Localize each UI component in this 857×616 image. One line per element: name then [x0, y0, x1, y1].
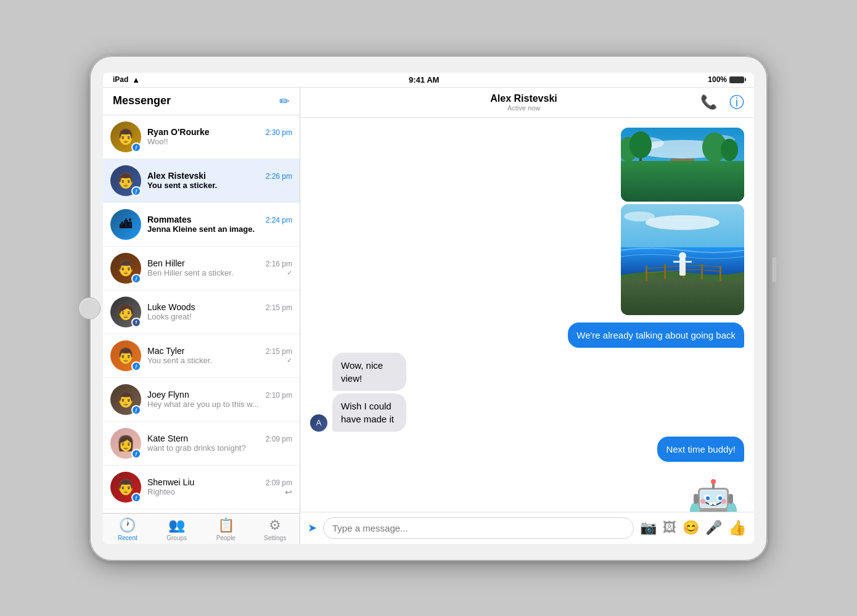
status-time: 9:41 AM	[409, 75, 439, 84]
conversation-item-luke[interactable]: 🧑 f Luke Woods 2:15 pm Looks great!	[103, 290, 300, 334]
conv-name-row-ryan: Ryan O'Rourke 2:30 pm	[147, 127, 292, 137]
avatar-wrap-kate: 👩 ƒ	[110, 428, 141, 459]
sent-photo-tropical	[621, 128, 744, 202]
chat-header: Alex Ristevski Active now 📞 ⓘ	[300, 88, 754, 118]
conv-name-alex: Alex Ristevski	[147, 171, 206, 181]
message-input[interactable]	[323, 517, 634, 539]
conv-name-rommates: Rommates	[147, 215, 192, 224]
avatar-wrap-ryan: 👨 ƒ	[110, 121, 141, 152]
like-icon[interactable]: 👍	[728, 519, 747, 536]
tab-groups[interactable]: 👥 Groups	[152, 517, 202, 541]
conv-name-row-rommates: Rommates 2:24 pm	[147, 215, 292, 224]
tab-settings-icon: ⚙	[269, 517, 281, 533]
conv-preview-luke: Looks great!	[147, 312, 292, 321]
tab-groups-label: Groups	[166, 535, 187, 541]
conversation-item-alex[interactable]: 👨 ƒ Alex Ristevski 2:26 pm You sent a st…	[103, 159, 300, 203]
svg-rect-38	[713, 503, 716, 505]
svg-rect-25	[679, 258, 686, 276]
emoji-icon[interactable]: 😊	[683, 520, 699, 536]
wifi-icon: ▲	[132, 75, 140, 84]
sent-photo-cliff	[621, 204, 744, 315]
conv-info-rommates: Rommates 2:24 pm Jenna Kleine sent an im…	[147, 215, 292, 234]
received-bubble-wow: Wow, nice view!	[332, 353, 406, 391]
conv-name-luke: Luke Woods	[147, 302, 195, 312]
svg-point-17	[624, 211, 655, 221]
sent-msg-next-time: Next time buddy!	[310, 437, 744, 462]
conv-info-ben: Ben Hiller 2:16 pm Ben Hiller sent a sti…	[147, 258, 292, 277]
badge-kate: ƒ	[131, 449, 141, 459]
conv-info-shenwei: Shenwei Liu 2:09 pm Righteo ↩	[147, 477, 292, 497]
tab-people[interactable]: 📋 People	[202, 517, 251, 541]
sent-photos	[310, 128, 744, 315]
conversation-item-shenwei[interactable]: 👨 ƒ Shenwei Liu 2:09 pm Righteo ↩	[103, 466, 300, 509]
conv-name-kate: Kate Stern	[147, 433, 188, 443]
conversation-item-ben[interactable]: 👨 ƒ Ben Hiller 2:16 pm Ben Hiller sent a…	[103, 247, 300, 290]
home-button[interactable]	[78, 297, 100, 319]
received-bubble-wish: Wish I could have made it	[332, 393, 406, 432]
svg-rect-23	[701, 264, 703, 279]
svg-point-50	[711, 479, 716, 484]
svg-point-35	[706, 496, 710, 500]
svg-point-13	[721, 139, 738, 161]
conv-time-rommates: 2:24 pm	[266, 216, 292, 224]
tab-people-label: People	[216, 535, 236, 541]
phone-icon[interactable]: 📞	[700, 94, 717, 110]
chat-input-bar: ➤ 📷 🖼 😊 🎤 👍	[300, 512, 754, 544]
battery-fill	[730, 77, 744, 83]
avatar-wrap-shenwei: 👨 ƒ	[110, 472, 141, 503]
conv-name-row-alex: Alex Ristevski 2:26 pm	[147, 171, 292, 181]
status-right: 100%	[708, 75, 744, 84]
conv-preview-shenwei: Righteo ↩	[147, 487, 292, 497]
conv-preview-rommates: Jenna Kleine sent an image.	[147, 224, 292, 234]
conv-name-mac: Mac Tyler	[147, 346, 184, 356]
tab-settings-label: Settings	[264, 535, 286, 541]
conv-name-ben: Ben Hiller	[147, 258, 185, 268]
conv-name-row-ben: Ben Hiller 2:16 pm	[147, 258, 292, 268]
battery-icon	[729, 76, 744, 83]
svg-point-26	[679, 252, 686, 260]
tab-recent[interactable]: 🕐 Recent	[103, 517, 152, 541]
svg-point-36	[718, 496, 722, 500]
conv-name-row-shenwei: Shenwei Liu 2:09 pm	[147, 477, 292, 487]
conv-time-shenwei: 2:09 pm	[266, 478, 292, 487]
sidebar-title: Messenger	[113, 94, 171, 107]
mic-icon[interactable]: 🎤	[705, 520, 722, 536]
badge-joey: ƒ	[131, 405, 141, 415]
svg-point-16	[646, 215, 720, 230]
compose-icon[interactable]: ✏	[279, 94, 290, 109]
image-icon[interactable]: 🖼	[663, 520, 676, 536]
messages-area: We're already talking about going back A…	[300, 118, 754, 512]
tab-settings[interactable]: ⚙ Settings	[250, 517, 300, 541]
conversation-item-joey[interactable]: 👨 ƒ Joey Flynn 2:10 pm Hey what are you …	[103, 378, 300, 422]
conversation-item-kate[interactable]: 👩 ƒ Kate Stern 2:09 pm want to grab drin…	[103, 422, 300, 466]
info-icon[interactable]: ⓘ	[729, 92, 744, 112]
ipad-frame: iPad ▲ 9:41 AM 100% Messenger ✏	[89, 55, 768, 561]
chat-status: Active now	[490, 104, 557, 112]
svg-rect-4	[621, 168, 744, 202]
svg-point-47	[700, 499, 705, 504]
received-msg-row: A Wow, nice view! Wish I could have made…	[310, 353, 744, 432]
svg-rect-14	[670, 158, 695, 171]
badge-ryan: ƒ	[131, 142, 141, 152]
conversation-item-rommates[interactable]: 🏙 Rommates 2:24 pm Jenna Kleine sent an …	[103, 203, 300, 247]
avatar-wrap-joey: 👨 ƒ	[110, 384, 141, 415]
chat-header-center: Alex Ristevski Active now	[490, 93, 557, 112]
sidebar-header: Messenger ✏	[103, 88, 300, 115]
svg-rect-51	[694, 494, 699, 504]
received-bubbles: Wow, nice view! Wish I could have made i…	[332, 353, 456, 432]
svg-rect-28	[686, 261, 692, 263]
avatar-wrap-ben: 👨 ƒ	[110, 253, 141, 284]
avatar-wrap-alex: 👨 ƒ	[110, 165, 141, 196]
sent-bubble-next-time: Next time buddy!	[657, 437, 744, 462]
sticker	[683, 469, 744, 512]
conv-info-joey: Joey Flynn 2:10 pm Hey what are you up t…	[147, 390, 292, 409]
ipad-label: iPad	[113, 75, 128, 84]
side-button[interactable]	[773, 258, 776, 282]
badge-luke: f	[131, 318, 141, 327]
camera-icon[interactable]: 📷	[640, 520, 657, 536]
conversation-item-ryan[interactable]: 👨 ƒ Ryan O'Rourke 2:30 pm Woo!!	[103, 115, 300, 159]
sent-bubble-going-back: We're already talking about going back	[568, 322, 744, 348]
send-direction-icon[interactable]: ➤	[308, 521, 317, 535]
conversation-item-mac[interactable]: 👨 ƒ Mac Tyler 2:15 pm You sent a sticker…	[103, 334, 300, 378]
conv-info-luke: Luke Woods 2:15 pm Looks great!	[147, 302, 292, 321]
